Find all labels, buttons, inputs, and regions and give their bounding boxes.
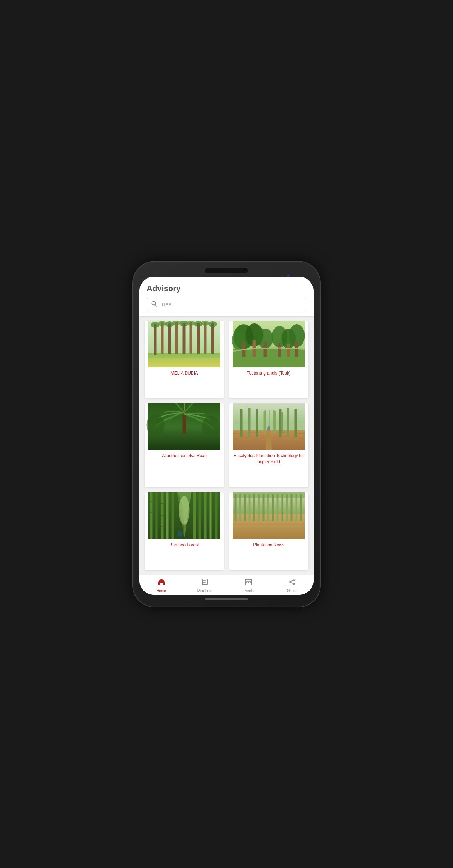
card-image-plantation: [229, 492, 308, 539]
card-image-melia: [145, 321, 224, 367]
svg-rect-93: [267, 494, 269, 521]
svg-rect-48: [264, 411, 265, 433]
svg-point-14: [158, 321, 166, 326]
svg-rect-96: [282, 494, 283, 521]
card-image-bamboo: [145, 492, 224, 539]
svg-rect-98: [291, 494, 293, 521]
svg-rect-4: [154, 324, 157, 355]
card-image-ailanthus: [145, 403, 224, 450]
svg-rect-76: [215, 492, 218, 539]
card-image-tectona: [229, 321, 308, 367]
svg-rect-67: [156, 492, 158, 539]
svg-point-40: [147, 414, 165, 436]
card-eucalyptus[interactable]: Eucalyptus Plantation Technology for hig…: [229, 403, 308, 487]
svg-point-71: [179, 496, 190, 525]
nav-item-home[interactable]: Home: [139, 578, 183, 593]
content-grid: MELIA DUBIA: [139, 316, 314, 575]
card-label-eucalyptus: Eucalyptus Plantation Technology for hig…: [229, 450, 308, 468]
svg-rect-113: [248, 582, 249, 583]
svg-rect-54: [279, 409, 282, 437]
svg-rect-114: [250, 582, 251, 583]
svg-rect-7: [175, 322, 178, 354]
svg-rect-56: [295, 409, 297, 437]
svg-rect-55: [287, 408, 289, 437]
card-tectona[interactable]: Tectona grandis (Teak): [229, 321, 308, 399]
svg-point-58: [268, 425, 270, 427]
svg-rect-53: [256, 409, 258, 437]
svg-rect-8: [183, 323, 186, 354]
svg-rect-6: [168, 323, 171, 354]
share-icon: [288, 578, 296, 588]
home-icon: [157, 578, 165, 588]
svg-point-117: [289, 581, 290, 583]
phone-screen: Advisory: [139, 277, 314, 595]
svg-line-119: [290, 582, 293, 584]
phone-speaker: [205, 268, 248, 273]
svg-point-41: [202, 416, 220, 437]
svg-rect-70: [172, 492, 174, 539]
svg-point-18: [187, 321, 195, 326]
svg-rect-50: [282, 412, 283, 434]
card-melia-dubia[interactable]: MELIA DUBIA: [145, 321, 224, 399]
svg-point-20: [201, 321, 209, 326]
svg-rect-97: [286, 494, 288, 521]
svg-rect-12: [211, 323, 214, 354]
svg-rect-22: [148, 358, 220, 367]
svg-rect-73: [199, 492, 201, 539]
card-image-eucalyptus: [229, 403, 308, 450]
svg-rect-91: [258, 494, 260, 521]
svg-rect-95: [277, 494, 279, 521]
bottom-nav: Home Members: [139, 575, 314, 595]
svg-point-84: [178, 531, 182, 537]
svg-rect-88: [244, 494, 246, 521]
nav-label-members: Members: [197, 589, 212, 593]
svg-line-118: [290, 580, 293, 582]
search-input[interactable]: [161, 301, 302, 307]
svg-rect-104: [233, 492, 305, 498]
svg-rect-10: [197, 323, 200, 354]
svg-rect-94: [272, 494, 274, 521]
svg-point-116: [293, 583, 295, 585]
svg-rect-86: [235, 494, 237, 521]
svg-rect-89: [249, 494, 251, 521]
svg-line-1: [155, 304, 157, 306]
nav-item-share[interactable]: Share: [270, 578, 314, 593]
card-plantation[interactable]: Plantation Rows: [229, 492, 308, 570]
svg-rect-9: [190, 322, 192, 354]
svg-point-19: [194, 321, 203, 327]
app-container: Advisory: [139, 277, 314, 595]
svg-rect-75: [210, 492, 212, 539]
card-label-tectona: Tectona grandis (Teak): [245, 367, 293, 379]
card-label-melia: MELIA DUBIA: [169, 367, 200, 379]
search-bar[interactable]: [147, 298, 306, 311]
card-label-bamboo: Bamboo Forest: [167, 539, 201, 551]
nav-item-events[interactable]: Events: [226, 578, 270, 593]
svg-rect-36: [287, 344, 290, 357]
svg-rect-100: [300, 494, 302, 521]
svg-rect-52: [248, 408, 251, 437]
nav-label-events: Events: [243, 589, 254, 593]
svg-rect-5: [161, 322, 164, 354]
phone-home-bar: [205, 598, 248, 600]
app-title: Advisory: [147, 284, 306, 293]
svg-rect-51: [240, 409, 243, 437]
svg-rect-99: [296, 494, 297, 521]
svg-rect-49: [274, 411, 276, 433]
nav-label-share: Share: [287, 589, 297, 593]
svg-rect-105: [202, 579, 207, 585]
card-bamboo[interactable]: Bamboo Forest: [145, 492, 224, 570]
nav-label-home: Home: [156, 589, 166, 593]
svg-rect-31: [264, 342, 267, 357]
phone-device: Advisory: [133, 262, 320, 607]
svg-rect-72: [193, 492, 196, 539]
svg-rect-69: [166, 492, 169, 539]
nav-item-members[interactable]: Members: [183, 578, 226, 593]
app-header: Advisory: [139, 277, 314, 316]
search-icon: [151, 301, 157, 308]
svg-point-21: [209, 321, 217, 327]
card-ailanthus[interactable]: Ailanthus excelsa Roxb: [145, 403, 224, 487]
card-label-ailanthus: Ailanthus excelsa Roxb: [160, 450, 209, 462]
svg-rect-112: [246, 582, 247, 583]
events-icon: [244, 578, 252, 588]
card-label-plantation: Plantation Rows: [251, 539, 287, 551]
